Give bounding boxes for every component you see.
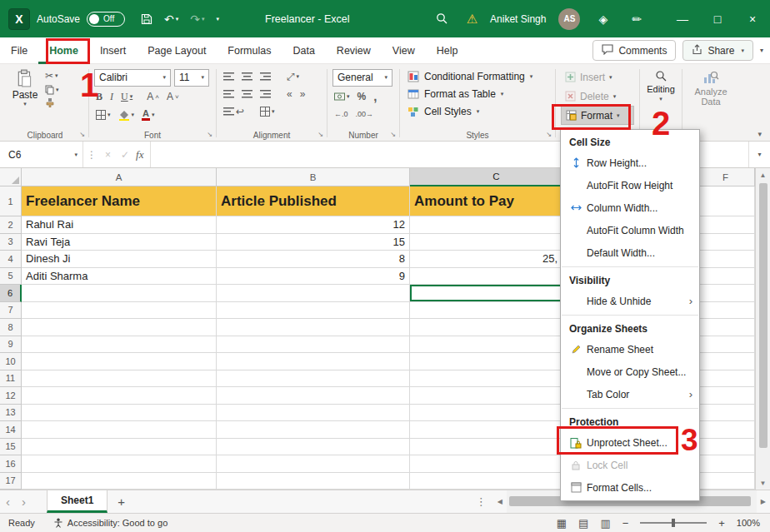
cell-C14[interactable]: [410, 421, 583, 439]
menu-item-rename-sheet[interactable]: Rename Sheet: [561, 338, 699, 360]
sheet-tab-sheet1[interactable]: Sheet1: [47, 490, 108, 513]
cell-C16[interactable]: [410, 455, 583, 473]
row-header-10[interactable]: 10: [0, 353, 22, 370]
normal-view-icon[interactable]: ▦: [557, 517, 567, 530]
tab-page-layout[interactable]: Page Layout: [137, 37, 217, 64]
cut-icon[interactable]: ✂ ▾: [43, 70, 61, 82]
menu-item-lock-cell[interactable]: Lock Cell: [561, 454, 699, 476]
enter-icon[interactable]: ✓: [121, 149, 129, 161]
cell-styles-button[interactable]: Cell Styles▾: [405, 102, 550, 120]
share-button[interactable]: Share ▾: [682, 40, 753, 61]
accounting-format-icon[interactable]: ▾: [332, 92, 352, 101]
cell-C11[interactable]: [410, 370, 583, 388]
draw-pen-icon[interactable]: ✏: [632, 12, 642, 26]
cell-C9[interactable]: [410, 336, 583, 354]
menu-item-autofit-column-width[interactable]: AutoFit Column Width: [561, 219, 699, 241]
cell-B4[interactable]: 8: [217, 251, 410, 268]
row-header-13[interactable]: 13: [0, 405, 22, 422]
cell-C3[interactable]: [410, 234, 583, 251]
cell-C6-selected[interactable]: [410, 285, 583, 302]
cell-C17[interactable]: [410, 473, 583, 490]
zoom-level[interactable]: 100%: [737, 518, 760, 528]
cell-B10[interactable]: [217, 353, 410, 370]
name-box[interactable]: C6 ▾: [0, 142, 83, 167]
row-header-12[interactable]: 12: [0, 387, 22, 405]
format-painter-icon[interactable]: [43, 98, 61, 107]
cell[interactable]: [697, 285, 755, 302]
cell-B6[interactable]: [217, 285, 410, 302]
quick-access-dropdown-icon[interactable]: ▾: [217, 16, 220, 22]
bold-button[interactable]: B: [94, 91, 104, 103]
cell-A7[interactable]: [22, 302, 217, 320]
cell-C2[interactable]: [410, 216, 583, 234]
collapse-ribbon-icon[interactable]: ▾: [758, 130, 762, 138]
cell-A2[interactable]: Rahul Rai: [22, 216, 217, 234]
row-header-17[interactable]: 17: [0, 473, 22, 490]
orientation-icon[interactable]: ⤢▾: [285, 71, 301, 82]
col-header-B[interactable]: B: [217, 168, 410, 186]
align-middle-icon[interactable]: [240, 72, 254, 81]
redo-icon[interactable]: ↷▾: [190, 12, 204, 26]
vertical-scrollbar[interactable]: ▲ ▼: [755, 168, 770, 490]
menu-item-tab-color[interactable]: Tab Color ›: [561, 383, 699, 405]
cell[interactable]: [697, 251, 755, 268]
format-as-table-button[interactable]: Format as Table▾: [405, 85, 550, 102]
cell-B13[interactable]: [217, 405, 410, 422]
cell-B11[interactable]: [217, 370, 410, 388]
cell-B5[interactable]: 9: [217, 268, 410, 286]
cell-B12[interactable]: [217, 387, 410, 405]
borders-button[interactable]: ▾: [94, 110, 112, 120]
cell-B8[interactable]: [217, 319, 410, 336]
col-header-A[interactable]: A: [22, 168, 217, 186]
cell-A12[interactable]: [22, 387, 217, 405]
cell-A17[interactable]: [22, 473, 217, 490]
tab-review[interactable]: Review: [326, 37, 382, 64]
sensitivity-diamond-icon[interactable]: ◈: [598, 12, 608, 26]
number-dialog-launcher-icon[interactable]: ↘: [390, 131, 396, 138]
cell-A16[interactable]: [22, 455, 217, 473]
page-layout-view-icon[interactable]: ▤: [578, 517, 588, 530]
tab-view[interactable]: View: [382, 37, 426, 64]
cell[interactable]: [697, 216, 755, 234]
increase-font-button[interactable]: A˄: [145, 91, 161, 102]
row-header-8[interactable]: 8: [0, 319, 22, 336]
cell-A8[interactable]: [22, 319, 217, 336]
cell-F7[interactable]: [697, 302, 755, 320]
name-box-dropdown-icon[interactable]: ▾: [74, 152, 78, 158]
tab-help[interactable]: Help: [426, 37, 469, 64]
zoom-slider-thumb[interactable]: [672, 519, 675, 527]
scroll-right-icon[interactable]: ▶: [757, 495, 770, 509]
menu-item-default-width[interactable]: Default Width...: [561, 241, 699, 264]
row-header-4[interactable]: 4: [0, 251, 22, 268]
tab-file[interactable]: File: [0, 37, 38, 64]
delete-button[interactable]: Delete▾: [561, 87, 634, 106]
alert-warning-icon[interactable]: ⚠: [467, 12, 478, 27]
add-sheet-button[interactable]: +: [108, 495, 135, 509]
tab-insert[interactable]: Insert: [89, 37, 137, 64]
cell-A6[interactable]: [22, 285, 217, 302]
sheet-nav-next-icon[interactable]: ›: [16, 495, 32, 509]
formula-bar-expand-icon[interactable]: ▾: [748, 142, 770, 167]
insert-function-icon[interactable]: fx: [136, 148, 143, 162]
cell-B15[interactable]: [217, 439, 410, 456]
conditional-formatting-button[interactable]: Conditional Formatting▾: [405, 67, 550, 85]
save-icon[interactable]: [141, 13, 152, 25]
maximize-button[interactable]: □: [700, 0, 735, 37]
ribbon-options-icon[interactable]: ▾: [760, 47, 763, 54]
zoom-slider[interactable]: [640, 522, 707, 524]
cell-C1[interactable]: Amount to Pay: [410, 186, 583, 216]
cell-B3[interactable]: 15: [217, 234, 410, 251]
align-bottom-icon[interactable]: [258, 72, 272, 81]
col-header-F[interactable]: F: [697, 168, 755, 186]
minimize-button[interactable]: —: [665, 0, 700, 37]
tab-bar-more-icon[interactable]: ⋮: [469, 495, 493, 508]
tab-home[interactable]: Home: [38, 37, 89, 64]
tab-data[interactable]: Data: [282, 37, 325, 64]
close-button[interactable]: ×: [735, 0, 770, 37]
cell-A4[interactable]: Dinesh Ji: [22, 251, 217, 268]
cell-A14[interactable]: [22, 421, 217, 439]
font-name-select[interactable]: Calibri▾: [94, 69, 171, 87]
accessibility-status[interactable]: Accessibility: Good to go: [53, 518, 168, 528]
cell-C4[interactable]: 25,: [410, 251, 583, 268]
number-format-select[interactable]: General▾: [332, 69, 392, 87]
